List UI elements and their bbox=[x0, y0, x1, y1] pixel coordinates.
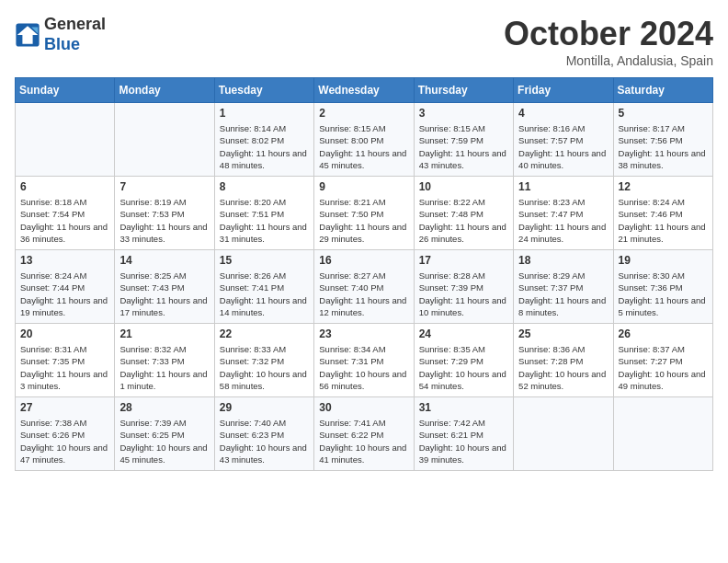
weekday-header: Sunday bbox=[16, 78, 115, 103]
calendar: SundayMondayTuesdayWednesdayThursdayFrid… bbox=[15, 77, 713, 471]
calendar-cell: 4Sunrise: 8:16 AMSunset: 7:57 PMDaylight… bbox=[514, 103, 613, 177]
day-info: Sunrise: 8:34 AMSunset: 7:31 PMDaylight:… bbox=[319, 343, 408, 392]
day-number: 14 bbox=[119, 254, 209, 267]
day-number: 17 bbox=[419, 254, 508, 267]
day-number: 9 bbox=[319, 180, 408, 193]
calendar-cell bbox=[514, 397, 613, 471]
day-number: 12 bbox=[619, 180, 708, 193]
calendar-cell: 7Sunrise: 8:19 AMSunset: 7:53 PMDaylight… bbox=[115, 177, 214, 250]
day-number: 28 bbox=[119, 401, 209, 414]
day-info: Sunrise: 7:41 AMSunset: 6:22 PMDaylight:… bbox=[319, 417, 408, 465]
calendar-cell: 28Sunrise: 7:39 AMSunset: 6:25 PMDayligh… bbox=[115, 397, 214, 471]
calendar-week-row: 1Sunrise: 8:14 AMSunset: 8:02 PMDaylight… bbox=[16, 103, 713, 177]
day-info: Sunrise: 8:32 AMSunset: 7:33 PMDaylight:… bbox=[119, 343, 209, 392]
day-number: 11 bbox=[518, 180, 608, 193]
calendar-cell: 21Sunrise: 8:32 AMSunset: 7:33 PMDayligh… bbox=[115, 324, 214, 397]
day-info: Sunrise: 8:14 AMSunset: 8:02 PMDaylight:… bbox=[220, 122, 309, 171]
calendar-cell: 29Sunrise: 7:40 AMSunset: 6:23 PMDayligh… bbox=[214, 397, 313, 471]
logo-icon bbox=[15, 22, 40, 48]
calendar-week-row: 20Sunrise: 8:31 AMSunset: 7:35 PMDayligh… bbox=[16, 324, 713, 397]
calendar-cell: 12Sunrise: 8:24 AMSunset: 7:46 PMDayligh… bbox=[613, 177, 712, 250]
day-number: 24 bbox=[419, 327, 508, 340]
calendar-cell: 20Sunrise: 8:31 AMSunset: 7:35 PMDayligh… bbox=[16, 324, 115, 397]
day-info: Sunrise: 7:39 AMSunset: 6:25 PMDaylight:… bbox=[119, 417, 209, 465]
day-info: Sunrise: 8:24 AMSunset: 7:44 PMDaylight:… bbox=[20, 270, 109, 318]
calendar-cell: 17Sunrise: 8:28 AMSunset: 7:39 PMDayligh… bbox=[414, 250, 513, 324]
logo: General Blue bbox=[15, 15, 106, 54]
day-number: 25 bbox=[518, 327, 608, 340]
logo-text: General Blue bbox=[44, 15, 106, 54]
day-number: 21 bbox=[119, 327, 209, 340]
calendar-cell: 2Sunrise: 8:15 AMSunset: 8:00 PMDaylight… bbox=[314, 103, 414, 177]
day-info: Sunrise: 8:30 AMSunset: 7:36 PMDaylight:… bbox=[619, 270, 708, 318]
day-info: Sunrise: 7:38 AMSunset: 6:26 PMDaylight:… bbox=[20, 417, 109, 465]
day-info: Sunrise: 8:35 AMSunset: 7:29 PMDaylight:… bbox=[419, 343, 508, 392]
day-info: Sunrise: 7:40 AMSunset: 6:23 PMDaylight:… bbox=[220, 417, 309, 465]
calendar-cell: 19Sunrise: 8:30 AMSunset: 7:36 PMDayligh… bbox=[613, 250, 712, 324]
calendar-week-row: 6Sunrise: 8:18 AMSunset: 7:54 PMDaylight… bbox=[16, 177, 713, 250]
weekday-header: Tuesday bbox=[214, 78, 313, 103]
day-info: Sunrise: 7:42 AMSunset: 6:21 PMDaylight:… bbox=[419, 417, 508, 465]
day-number: 5 bbox=[619, 107, 708, 120]
day-number: 30 bbox=[319, 401, 408, 414]
calendar-cell: 5Sunrise: 8:17 AMSunset: 7:56 PMDaylight… bbox=[613, 103, 712, 177]
day-info: Sunrise: 8:25 AMSunset: 7:43 PMDaylight:… bbox=[119, 270, 209, 318]
day-number: 3 bbox=[419, 107, 508, 120]
calendar-cell: 18Sunrise: 8:29 AMSunset: 7:37 PMDayligh… bbox=[514, 250, 613, 324]
day-number: 16 bbox=[319, 254, 408, 267]
day-number: 23 bbox=[319, 327, 408, 340]
day-number: 27 bbox=[20, 401, 109, 414]
calendar-week-row: 13Sunrise: 8:24 AMSunset: 7:44 PMDayligh… bbox=[16, 250, 713, 324]
calendar-cell: 6Sunrise: 8:18 AMSunset: 7:54 PMDaylight… bbox=[16, 177, 115, 250]
day-info: Sunrise: 8:19 AMSunset: 7:53 PMDaylight:… bbox=[119, 196, 209, 245]
day-number: 18 bbox=[518, 254, 608, 267]
day-info: Sunrise: 8:21 AMSunset: 7:50 PMDaylight:… bbox=[319, 196, 408, 245]
calendar-cell: 24Sunrise: 8:35 AMSunset: 7:29 PMDayligh… bbox=[414, 324, 513, 397]
day-number: 19 bbox=[619, 254, 708, 267]
calendar-cell: 23Sunrise: 8:34 AMSunset: 7:31 PMDayligh… bbox=[314, 324, 414, 397]
calendar-cell: 9Sunrise: 8:21 AMSunset: 7:50 PMDaylight… bbox=[314, 177, 414, 250]
calendar-cell: 14Sunrise: 8:25 AMSunset: 7:43 PMDayligh… bbox=[115, 250, 214, 324]
day-info: Sunrise: 8:15 AMSunset: 8:00 PMDaylight:… bbox=[319, 122, 408, 171]
day-number: 29 bbox=[220, 401, 309, 414]
day-number: 13 bbox=[20, 254, 109, 267]
calendar-cell: 16Sunrise: 8:27 AMSunset: 7:40 PMDayligh… bbox=[314, 250, 414, 324]
day-info: Sunrise: 8:28 AMSunset: 7:39 PMDaylight:… bbox=[419, 270, 508, 318]
calendar-cell: 25Sunrise: 8:36 AMSunset: 7:28 PMDayligh… bbox=[514, 324, 613, 397]
calendar-cell: 22Sunrise: 8:33 AMSunset: 7:32 PMDayligh… bbox=[214, 324, 313, 397]
day-info: Sunrise: 8:23 AMSunset: 7:47 PMDaylight:… bbox=[518, 196, 608, 245]
weekday-header: Saturday bbox=[613, 78, 712, 103]
weekday-header: Wednesday bbox=[314, 78, 414, 103]
calendar-cell: 31Sunrise: 7:42 AMSunset: 6:21 PMDayligh… bbox=[414, 397, 513, 471]
day-number: 26 bbox=[619, 327, 708, 340]
calendar-cell: 3Sunrise: 8:15 AMSunset: 7:59 PMDaylight… bbox=[414, 103, 513, 177]
day-number: 20 bbox=[20, 327, 109, 340]
calendar-cell: 8Sunrise: 8:20 AMSunset: 7:51 PMDaylight… bbox=[214, 177, 313, 250]
day-info: Sunrise: 8:20 AMSunset: 7:51 PMDaylight:… bbox=[220, 196, 309, 245]
day-info: Sunrise: 8:27 AMSunset: 7:40 PMDaylight:… bbox=[319, 270, 408, 318]
month-title: October 2024 bbox=[504, 15, 713, 53]
day-number: 22 bbox=[220, 327, 309, 340]
day-info: Sunrise: 8:29 AMSunset: 7:37 PMDaylight:… bbox=[518, 270, 608, 318]
day-number: 10 bbox=[419, 180, 508, 193]
calendar-cell: 30Sunrise: 7:41 AMSunset: 6:22 PMDayligh… bbox=[314, 397, 414, 471]
day-info: Sunrise: 8:24 AMSunset: 7:46 PMDaylight:… bbox=[619, 196, 708, 245]
calendar-cell bbox=[613, 397, 712, 471]
day-info: Sunrise: 8:26 AMSunset: 7:41 PMDaylight:… bbox=[220, 270, 309, 318]
day-info: Sunrise: 8:33 AMSunset: 7:32 PMDaylight:… bbox=[220, 343, 309, 392]
day-info: Sunrise: 8:22 AMSunset: 7:48 PMDaylight:… bbox=[419, 196, 508, 245]
weekday-header: Thursday bbox=[414, 78, 513, 103]
calendar-cell: 11Sunrise: 8:23 AMSunset: 7:47 PMDayligh… bbox=[514, 177, 613, 250]
day-number: 6 bbox=[20, 180, 109, 193]
day-info: Sunrise: 8:15 AMSunset: 7:59 PMDaylight:… bbox=[419, 122, 508, 171]
calendar-cell: 10Sunrise: 8:22 AMSunset: 7:48 PMDayligh… bbox=[414, 177, 513, 250]
day-info: Sunrise: 8:16 AMSunset: 7:57 PMDaylight:… bbox=[518, 122, 608, 171]
day-number: 31 bbox=[419, 401, 508, 414]
calendar-cell: 26Sunrise: 8:37 AMSunset: 7:27 PMDayligh… bbox=[613, 324, 712, 397]
day-number: 2 bbox=[319, 107, 408, 120]
calendar-cell bbox=[115, 103, 214, 177]
day-number: 15 bbox=[220, 254, 309, 267]
calendar-cell: 1Sunrise: 8:14 AMSunset: 8:02 PMDaylight… bbox=[214, 103, 313, 177]
day-number: 1 bbox=[220, 107, 309, 120]
calendar-cell bbox=[16, 103, 115, 177]
